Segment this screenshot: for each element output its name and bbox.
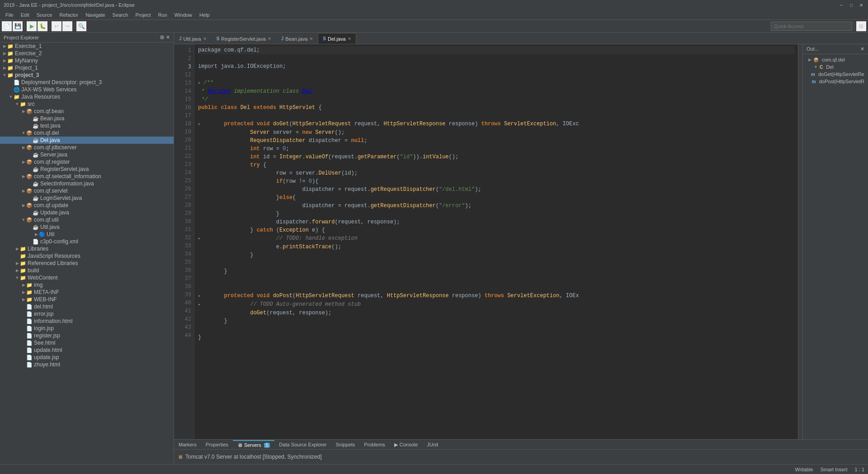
tree-item[interactable]: ▼📁WebContent (0, 274, 174, 281)
new-button[interactable]: 📄 (2, 21, 12, 31)
tree-item[interactable]: ☕RegisterServlet.java (0, 166, 174, 173)
tree-item[interactable]: ▶📦com.qf.jdbcserver (0, 144, 174, 151)
bottom-tab-servers[interactable]: 🖥Servers5 (233, 440, 274, 449)
bottom-tab-snippets[interactable]: Snippets (331, 440, 360, 449)
close-button[interactable]: ✕ (858, 2, 864, 8)
tab-Bean-java[interactable]: JBean.java✕ (276, 33, 318, 44)
tree-item[interactable]: ▶📦com.qf.selectall_information (0, 173, 174, 180)
tree-item[interactable]: 📄register.jsp (0, 332, 174, 339)
tree-item[interactable]: ▶📦com.qf.bean (0, 108, 174, 115)
code-content[interactable]: package com.qf.del;import java.io.IOExce… (194, 44, 798, 439)
menu-item-window[interactable]: Window (171, 11, 196, 19)
outline-item[interactable]: mdoPost(HttpServletR (805, 78, 866, 85)
tree-item[interactable]: ▶🔵Util (0, 231, 174, 238)
menu-item-file[interactable]: File (2, 11, 17, 19)
menu-item-search[interactable]: Search (109, 11, 132, 19)
outline-item[interactable]: ▼CDel (805, 63, 866, 71)
editor-scrollbar[interactable] (798, 44, 802, 439)
tree-item[interactable]: ▼📁Java Resources (0, 93, 174, 100)
outline-item[interactable]: mdoGet(HttpServletRe (805, 71, 866, 78)
tree-item[interactable]: ☕SelectInformation.java (0, 180, 174, 187)
bottom-tab-junit[interactable]: JUnit (422, 440, 443, 449)
tab-Del-java[interactable]: SDel.java✕ (318, 33, 356, 44)
menu-item-navigate[interactable]: Navigate (82, 11, 108, 19)
tree-item[interactable]: 📄zhuye.html (0, 361, 174, 368)
menu-item-run[interactable]: Run (155, 11, 171, 19)
tree-item[interactable]: ☕Bean.java (0, 115, 174, 122)
tree-item[interactable]: ▶📁Referenced Libraries (0, 260, 174, 267)
tree-item[interactable]: ▶📁MyNanny (0, 57, 174, 64)
code-line: ▸ // TODO: handle exception (198, 234, 794, 243)
tree-item[interactable]: ▶📁META-INF (0, 289, 174, 296)
outline-label: com.qf.del (822, 57, 845, 62)
menu-item-edit[interactable]: Edit (17, 11, 33, 19)
tree-item[interactable]: ☕test.java (0, 122, 174, 129)
debug-button[interactable]: 🐛 (38, 21, 47, 31)
tab-close-RegisterServlet.java[interactable]: ✕ (268, 36, 271, 41)
tree-item[interactable]: ▼📦com.qf.util (0, 216, 174, 223)
tree-arrow: ▶ (2, 44, 7, 48)
tree-item[interactable]: ☕Del.java (0, 137, 174, 144)
tree-item[interactable]: 📄del.html (0, 303, 174, 310)
outline-item[interactable]: ▶📦com.qf.del (805, 56, 866, 63)
tree-item[interactable]: ▶📦com.qf.servlet (0, 187, 174, 194)
tree-item[interactable]: ▼📁src (0, 100, 174, 108)
menu-item-refactor[interactable]: Refactor (56, 11, 82, 19)
sidebar-collapse-button[interactable]: ⊞ (160, 34, 164, 40)
tree-item[interactable]: ▼📦com.qf.del (0, 129, 174, 137)
bottom-tab-problems[interactable]: Problems (359, 440, 389, 449)
tab-Util-java[interactable]: JUtil.java✕ (174, 33, 212, 44)
menu-item-project[interactable]: Project (132, 11, 154, 19)
tab-close-Bean.java[interactable]: ✕ (309, 36, 313, 41)
code-editor[interactable]: 1231213141516171819202122232425262728293… (174, 44, 802, 439)
tree-item[interactable]: ▶📁Exercise_1 (0, 43, 174, 50)
tree-item[interactable]: 📄login.jsp (0, 325, 174, 332)
tree-item[interactable]: 📄update.html (0, 346, 174, 354)
tree-item[interactable]: 📄error.jsp (0, 310, 174, 318)
bottom-tab-markers[interactable]: Markers (174, 440, 201, 449)
tree-item[interactable]: 📁JavaScript Resources (0, 252, 174, 260)
bottom-tab-data-source-explorer[interactable]: Data Source Explorer (274, 440, 331, 449)
quick-access-input[interactable] (771, 22, 852, 31)
tree-item[interactable]: ▶📁Libraries (0, 245, 174, 252)
tab-close-Del.java[interactable]: ✕ (348, 36, 351, 41)
tree-item[interactable]: ▶📁img (0, 281, 174, 289)
save-button[interactable]: 💾 (13, 21, 23, 31)
tree-item[interactable]: 📄c3p0-config.xml (0, 238, 174, 245)
tree-item[interactable]: ☕Util.java (0, 223, 174, 231)
minimize-button[interactable]: ─ (838, 2, 844, 8)
tab-close-Util.java[interactable]: ✕ (203, 36, 207, 41)
bottom-tab-console[interactable]: ▶Console (390, 440, 422, 449)
undo-button[interactable]: ↩ (52, 21, 61, 31)
tree-item[interactable]: ☕Update.java (0, 209, 174, 216)
tree-item[interactable]: ▶📦com.qf.register (0, 158, 174, 166)
perspective-button[interactable]: ⊞ (856, 21, 866, 31)
menu-item-source[interactable]: Source (33, 11, 56, 19)
outline-close[interactable]: ✕ (860, 46, 864, 52)
tree-item[interactable]: ☕Server.java (0, 151, 174, 158)
tree-item[interactable]: 🌐JAX-WS Web Services (0, 86, 174, 93)
tree-item[interactable]: ▼📁project_3 (0, 71, 174, 79)
tree-item[interactable]: ▶📁build (0, 267, 174, 274)
tree-item[interactable]: 📄See.html (0, 339, 174, 346)
tree-item[interactable]: ▶📁Exercise_2 (0, 50, 174, 57)
tree-item[interactable]: ▶📦com.qf.update (0, 202, 174, 209)
code-line: */ (198, 95, 794, 104)
tree-item[interactable]: 📄Deployment Descriptor: project_3 (0, 79, 174, 86)
tree-item[interactable]: 📄update.jsp (0, 354, 174, 361)
redo-button[interactable]: ↪ (62, 21, 72, 31)
code-line (198, 54, 794, 62)
maximize-button[interactable]: □ (848, 2, 854, 8)
search-button[interactable]: 🔍 (76, 21, 86, 31)
tab-RegisterServlet-java[interactable]: SRegisterServlet.java✕ (212, 33, 276, 44)
tree-item-icon: 📁 (7, 72, 14, 78)
menu-item-help[interactable]: Help (196, 11, 213, 19)
tree-item[interactable]: ▶📁Project_1 (0, 64, 174, 71)
tree-item[interactable]: ▶📁WEB-INF (0, 296, 174, 303)
run-button[interactable]: ▶ (27, 21, 37, 31)
tree-item[interactable]: 📄information.html (0, 318, 174, 325)
tree-item-label: build (28, 267, 39, 274)
bottom-tab-properties[interactable]: Properties (201, 440, 233, 449)
sidebar-close-button[interactable]: ✕ (166, 34, 170, 40)
tree-item[interactable]: ☕LoginServlet.java (0, 194, 174, 202)
